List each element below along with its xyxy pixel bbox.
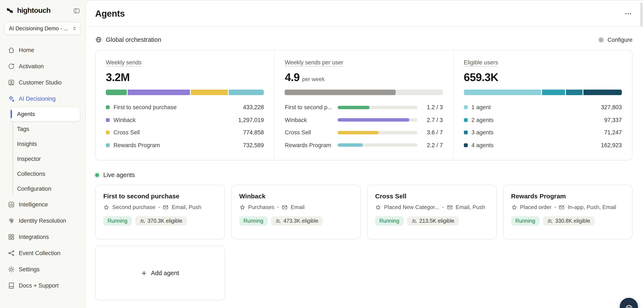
- agent-meta: Second purchase • Email, Push: [103, 204, 216, 210]
- sidebar-item-intelligence[interactable]: Intelligence: [4, 196, 81, 212]
- sidebar-item-identity-resolution[interactable]: Identity Resolution: [4, 212, 81, 229]
- ai-decisioning-icon: [8, 95, 15, 102]
- legend-label: Winback: [114, 117, 136, 123]
- page-header: Agents: [86, 0, 644, 27]
- weekly-sends-bar: [106, 90, 264, 95]
- legend-value: 327,803: [601, 104, 622, 111]
- row-label: Rewards Program: [285, 142, 333, 148]
- star-icon: [103, 204, 109, 210]
- row-progress: [338, 144, 418, 147]
- legend-row: 3 agents 71,247: [464, 126, 622, 139]
- sidebar-item-docs-support[interactable]: Docs + Support: [4, 277, 81, 294]
- star-icon: [239, 204, 245, 210]
- per-user-bar-fill: [285, 90, 396, 95]
- section-title-global-orchestration: Global orchestration: [106, 36, 594, 43]
- scrollbar-thumb[interactable]: [640, 2, 643, 26]
- sidebar-item-label: Docs + Support: [19, 282, 59, 289]
- sidebar-item-settings[interactable]: Settings: [4, 261, 81, 277]
- add-agent-button[interactable]: Add agent: [95, 246, 225, 300]
- sidebar-item-label: Intelligence: [19, 201, 48, 208]
- envelope-icon: [446, 204, 452, 210]
- row-progress-fill: [338, 144, 363, 147]
- eligible-count: 370.3K eligible: [148, 218, 182, 224]
- panel-eligible-users: Eligible users 659.3K 1 agent 327,803: [453, 50, 632, 160]
- configure-button[interactable]: Configure: [598, 36, 632, 43]
- sidebar-item-home[interactable]: Home: [4, 42, 81, 58]
- legend-row: Rewards Program 732,589: [106, 139, 264, 151]
- legend-swatch: [464, 131, 468, 135]
- sidebar-subitem-tags[interactable]: Tags: [0, 122, 80, 136]
- workspace-selector[interactable]: AI Decisioning Demo - ...: [4, 22, 81, 35]
- sidebar-item-label: Home: [19, 47, 34, 53]
- main-panel: Agents Global orchestration Configure: [85, 0, 644, 308]
- agent-card-rewards-program[interactable]: Rewards Program Placed order • In-app, P…: [503, 185, 632, 239]
- agent-badges: Running 330.8K eligible: [511, 216, 624, 226]
- legend-row: Winback 1,297,019: [106, 114, 264, 126]
- customer-studio-icon: [8, 79, 15, 86]
- chat-icon: [624, 304, 634, 308]
- sidebar-item-event-collection[interactable]: Event Collection: [4, 245, 81, 261]
- sidebar-item-label: AI Decisioning: [19, 95, 56, 102]
- legend-value: 97,337: [604, 117, 622, 123]
- agent-card-cross-sell[interactable]: Cross Sell Placed New Categor... • Email…: [367, 185, 496, 239]
- ai-decisioning-subnav: Agents Tags Insights Inspector Collectio…: [0, 107, 85, 196]
- separator-dot: •: [278, 205, 279, 209]
- agent-meta: Placed New Categor... • Email, Push: [375, 204, 488, 210]
- sidebar-subitem-inspector[interactable]: Inspector: [0, 151, 80, 166]
- legend-swatch: [106, 118, 110, 122]
- legend-value: 162,923: [601, 142, 622, 148]
- bar-segment: [229, 90, 264, 95]
- weekly-sends-legend: First to second purchase 433,228 Winback…: [106, 101, 264, 151]
- sidebar-item-integrations[interactable]: Integrations: [4, 229, 81, 245]
- sidebar-subitem-collections[interactable]: Collections: [0, 166, 80, 181]
- global-orchestration-header: Global orchestration Configure: [95, 36, 632, 43]
- legend-swatch: [106, 143, 110, 147]
- eligible-badge: 330.8K eligible: [543, 216, 594, 226]
- row-progress: [338, 131, 418, 134]
- per-user-row: Winback 2.7 / 3: [285, 114, 443, 126]
- eligible-badge: 213.5K eligible: [407, 216, 458, 226]
- logo-row: hightouch: [0, 0, 85, 18]
- sidebar-subitem-label: Insights: [17, 141, 37, 147]
- row-progress: [338, 106, 418, 109]
- legend-row: Cross Sell 774,858: [106, 126, 264, 139]
- eligible-badge: 370.3K eligible: [135, 216, 187, 226]
- bar-segment: [584, 90, 622, 95]
- orchestration-panels: Weekly sends 3.2M First to second purcha…: [95, 50, 632, 160]
- agent-card-winback[interactable]: Winback Purchases • Email Running 473.3K…: [231, 185, 360, 239]
- globe-icon: [95, 36, 102, 43]
- sidebar-subitem-label: Agents: [17, 111, 35, 117]
- eligible-count: 473.3K eligible: [284, 218, 318, 224]
- users-icon: [275, 218, 281, 224]
- sidebar-subitem-agents[interactable]: Agents: [10, 107, 80, 122]
- legend-swatch: [464, 106, 468, 109]
- chevron-updown-icon: [72, 25, 77, 31]
- agent-card-first-to-second-purchase[interactable]: First to second purchase Second purchase…: [95, 185, 225, 239]
- app-root: hightouch AI Decisioning Demo - ... Home…: [0, 0, 644, 308]
- sidebar: hightouch AI Decisioning Demo - ... Home…: [0, 0, 85, 308]
- home-icon: [8, 46, 15, 53]
- eligible-users-value: 659.3K: [464, 71, 622, 84]
- agent-trigger: Placed order: [520, 204, 552, 210]
- page-menu-button[interactable]: [624, 9, 632, 17]
- legend-swatch: [464, 118, 468, 122]
- sidebar-item-activation[interactable]: Activation: [4, 58, 81, 74]
- docs-icon: [8, 282, 15, 289]
- sidebar-subitem-configuration[interactable]: Configuration: [0, 181, 80, 196]
- agent-badges: Running 473.3K eligible: [239, 216, 352, 226]
- row-label: Winback: [285, 117, 333, 123]
- identity-resolution-icon: [8, 217, 15, 224]
- sidebar-item-customer-studio[interactable]: Customer Studio: [4, 74, 81, 90]
- sidebar-subitem-insights[interactable]: Insights: [0, 136, 80, 151]
- brand-name: hightouch: [17, 6, 70, 15]
- sidebar-subitem-label: Inspector: [17, 156, 41, 162]
- legend-label: 2 agents: [471, 117, 494, 123]
- agent-channels: Email, Push: [456, 204, 485, 210]
- sidebar-item-ai-decisioning[interactable]: AI Decisioning: [4, 90, 81, 107]
- envelope-icon: [559, 204, 565, 210]
- legend-swatch: [106, 106, 110, 109]
- sidebar-collapse-icon[interactable]: [73, 7, 80, 14]
- live-status-dot: [95, 173, 99, 177]
- sidebar-item-label: Settings: [19, 266, 40, 272]
- bar-segment: [542, 90, 565, 95]
